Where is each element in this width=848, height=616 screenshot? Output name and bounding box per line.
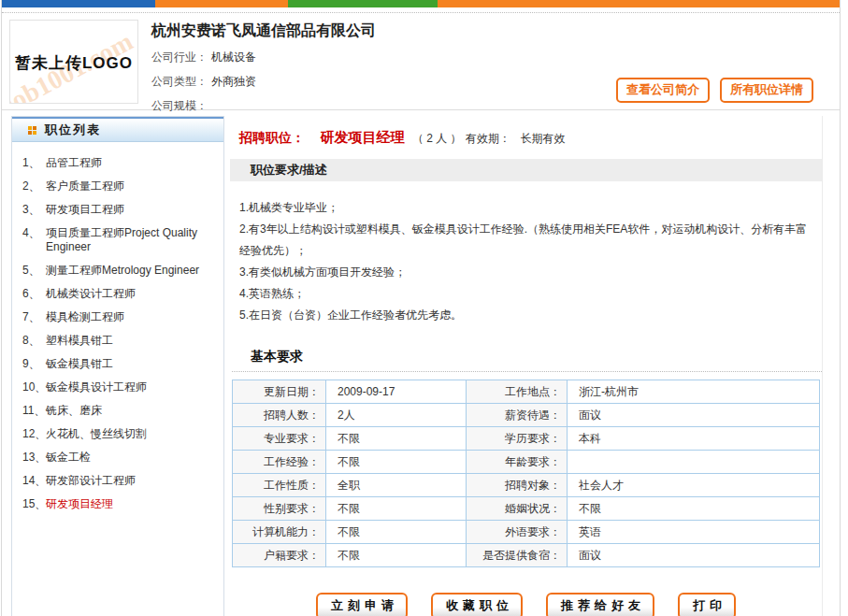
item-label: 测量工程师Metrology Engineer — [46, 264, 220, 278]
job-list-item-6[interactable]: 6、机械类设计工程师 — [12, 287, 220, 301]
job-list-item-3[interactable]: 3、研发项目工程师 — [12, 203, 220, 217]
table-row: 工作经验： 不限 年龄要求： — [233, 451, 820, 474]
job-list-item-15-selected[interactable]: 15、研发项目经理 — [12, 497, 220, 511]
job-detail-main: 招聘职位： 研发项目经理 （ 2 人 ） 有效期： 长期有效 职位要求/描述 1… — [230, 116, 823, 616]
job-list-item-2[interactable]: 2、客户质量工程师 — [12, 179, 220, 193]
job-list-item-12[interactable]: 12、火花机、慢丝线切割 — [12, 427, 220, 441]
table-row: 招聘人数： 2人 薪资待遇： 面议 — [233, 404, 820, 427]
item-number: 2、 — [12, 179, 46, 193]
table-row: 户籍要求： 不限 是否提供食宿： 面议 — [233, 544, 820, 567]
item-number: 4、 — [12, 226, 46, 254]
cell-value: 不限 — [568, 497, 820, 521]
company-type-value: 外商独资 — [211, 75, 256, 88]
action-buttons: 立刻申请 收藏职位 推荐给好友 打印 — [230, 593, 822, 616]
job-position-title: 研发项目经理 — [320, 129, 404, 145]
job-list-item-7[interactable]: 7、模具检测工程师 — [12, 310, 220, 324]
cell-label: 专业要求： — [233, 427, 326, 451]
save-job-button[interactable]: 收藏职位 — [431, 593, 523, 616]
cell-label: 薪资待遇： — [467, 404, 568, 427]
job-list-item-11[interactable]: 11、铣床、磨床 — [12, 404, 220, 418]
top-stripe — [2, 0, 840, 7]
cell-label: 年龄要求： — [467, 451, 568, 474]
cell-value: 社会人才 — [568, 474, 820, 497]
job-description: 1.机械类专业毕业； 2.有3年以上结构设计或塑料模具、钣金模具设计工作经验.（… — [239, 197, 814, 326]
header-buttons: 查看公司简介 所有职位详情 — [616, 78, 813, 103]
item-number: 6、 — [12, 287, 46, 301]
cell-value: 浙江-杭州市 — [568, 380, 820, 404]
cell-value: 不限 — [326, 451, 467, 474]
cell-value: 面议 — [568, 404, 820, 427]
cell-label: 招聘人数： — [233, 404, 326, 427]
basic-requirements-title: 基本要求 — [251, 349, 822, 365]
item-number: 7、 — [12, 310, 46, 324]
description-line: 5.在日资（台资）企业工作经验者优先考虑。 — [239, 305, 814, 326]
company-type-label: 公司类型： — [151, 75, 208, 88]
item-label: 钣金模具钳工 — [46, 357, 220, 371]
job-list-item-8[interactable]: 8、塑料模具钳工 — [12, 334, 220, 348]
job-list-item-14[interactable]: 14、研发部设计工程师 — [12, 474, 220, 488]
content-area: 职位列表 1、品管工程师 2、客户质量工程师 3、研发项目工程师 4、项目质量工… — [2, 110, 840, 616]
company-name: 杭州安费诺飞凤通信部品有限公司 — [151, 20, 830, 41]
cell-label: 外语要求： — [467, 521, 568, 544]
recommend-to-friend-button[interactable]: 推荐给好友 — [546, 593, 654, 616]
job-list-item-4[interactable]: 4、项目质量工程师Project Quality Engineer — [12, 226, 220, 254]
view-company-profile-button[interactable]: 查看公司简介 — [616, 78, 710, 103]
item-number: 10、 — [12, 380, 46, 394]
cell-value: 2009-09-17 — [326, 380, 467, 404]
item-label: 研发项目工程师 — [46, 203, 220, 217]
cell-label: 学历要求： — [467, 427, 568, 451]
company-size-label: 公司规模： — [151, 99, 208, 112]
job-list-item-5[interactable]: 5、测量工程师Metrology Engineer — [12, 264, 220, 278]
job-list-item-9[interactable]: 9、钣金模具钳工 — [12, 357, 220, 371]
job-list-sidebar: 职位列表 1、品管工程师 2、客户质量工程师 3、研发项目工程师 4、项目质量工… — [11, 116, 224, 616]
item-label: 钣金模具设计工程师 — [46, 380, 220, 394]
table-row: 性别要求： 不限 婚姻状况： 不限 — [233, 497, 820, 521]
job-list-title: 职位列表 — [45, 122, 101, 138]
cell-value: 2人 — [326, 404, 467, 427]
item-number: 11、 — [12, 404, 46, 418]
job-list: 1、品管工程师 2、客户质量工程师 3、研发项目工程师 4、项目质量工程师Pro… — [12, 142, 223, 530]
stripe-green-segment — [288, 0, 438, 7]
company-industry-row: 公司行业：机械设备 — [151, 50, 830, 65]
job-position-label: 招聘职位： — [239, 130, 305, 145]
print-button[interactable]: 打印 — [678, 593, 736, 616]
cell-value: 全职 — [326, 474, 467, 497]
item-label: 机械类设计工程师 — [46, 287, 220, 301]
cell-value: 本科 — [568, 427, 820, 451]
cell-label: 更新日期： — [233, 380, 326, 404]
grid-icon — [28, 126, 32, 130]
validity-label: 有效期： — [466, 132, 510, 145]
job-list-item-1[interactable]: 1、品管工程师 — [12, 156, 220, 170]
page-container: job1001.com 暂未上传LOGO 杭州安费诺飞凤通信部品有限公司 公司行… — [1, 0, 841, 616]
item-label: 火花机、慢丝线切割 — [46, 427, 220, 441]
table-row: 工作性质： 全职 招聘对象： 社会人才 — [233, 474, 820, 497]
item-label: 客户质量工程师 — [46, 179, 220, 193]
cell-value: 不限 — [326, 497, 467, 521]
all-jobs-detail-button[interactable]: 所有职位详情 — [720, 78, 813, 103]
stripe-orange-segment-2 — [438, 0, 840, 7]
basic-requirements-divider — [232, 371, 822, 372]
validity-value: 长期有效 — [521, 132, 566, 145]
apply-now-button[interactable]: 立刻申请 — [316, 593, 408, 616]
company-header: job1001.com 暂未上传LOGO 杭州安费诺飞凤通信部品有限公司 公司行… — [2, 13, 840, 110]
cell-label: 婚姻状况： — [467, 497, 568, 521]
cell-value: 不限 — [326, 521, 467, 544]
job-list-header: 职位列表 — [12, 117, 223, 142]
cell-label: 户籍要求： — [233, 544, 326, 567]
job-list-item-10[interactable]: 10、钣金模具设计工程师 — [12, 380, 220, 394]
item-label: 塑料模具钳工 — [46, 334, 220, 348]
table-row: 专业要求： 不限 学历要求： 本科 — [233, 427, 820, 451]
description-line: 1.机械类专业毕业； — [239, 197, 814, 219]
job-list-item-13[interactable]: 13、钣金工检 — [12, 451, 220, 465]
item-number: 13、 — [12, 451, 46, 465]
job-headline: 招聘职位： 研发项目经理 （ 2 人 ） 有效期： 长期有效 — [239, 129, 822, 147]
cell-value: 英语 — [568, 521, 820, 544]
item-label: 项目质量工程师Project Quality Engineer — [46, 226, 220, 254]
cell-label: 工作经验： — [233, 451, 326, 474]
cell-value: 不限 — [326, 427, 467, 451]
table-row: 计算机能力： 不限 外语要求： 英语 — [233, 521, 820, 544]
item-number: 12、 — [12, 427, 46, 441]
item-label: 铣床、磨床 — [46, 404, 220, 418]
item-number: 15、 — [12, 497, 46, 511]
cell-label: 招聘对象： — [467, 474, 568, 497]
